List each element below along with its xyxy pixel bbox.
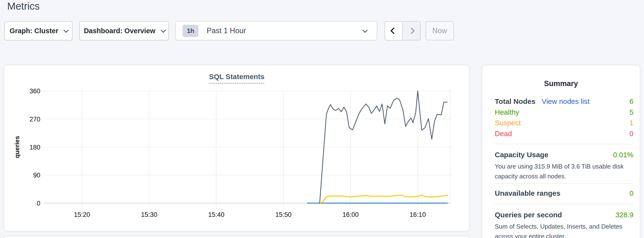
divider [495, 204, 634, 204]
view-nodes-list-link[interactable]: View nodes list [542, 97, 590, 105]
yellow-series-line [320, 195, 447, 203]
total-nodes-row: Total Nodes View nodes list 6 [495, 96, 634, 107]
time-range-value: Past 1 Hour [206, 27, 246, 35]
dead-nodes-row: Dead 0 [495, 128, 634, 139]
unavailable-ranges-label: Unavailable ranges [495, 189, 560, 197]
capacity-usage-value: 0.01% [613, 151, 634, 159]
chevron-down-icon [362, 28, 368, 33]
dashboard-dropdown[interactable]: Dashboard: Overview [79, 21, 169, 40]
graph-dropdown-label: Graph: Cluster [10, 27, 58, 35]
x-tick-label: 15:40 [208, 211, 224, 218]
dead-label: Dead [495, 130, 512, 138]
sql-statements-chart-card: SQL Statements 15:2015:3015:4015:5016:00… [4, 65, 469, 231]
unavailable-ranges-row: Unavailable ranges 0 [495, 188, 634, 199]
time-forward-button-disabled [402, 22, 420, 40]
healthy-label: Healthy [495, 108, 519, 116]
unavailable-ranges-value: 0 [629, 189, 634, 197]
chevron-left-icon [390, 27, 397, 34]
chevron-down-icon [160, 28, 166, 33]
capacity-usage-label: Capacity Usage [495, 151, 548, 159]
capacity-usage-description: You are using 315.9 MiB of 3.6 TiB usabl… [495, 162, 633, 181]
now-button: Now [426, 21, 454, 40]
healthy-value: 5 [629, 108, 634, 116]
x-tick-label: 16:00 [342, 211, 359, 218]
x-tick-label: 15:50 [275, 211, 292, 218]
total-nodes-label: Total Nodes [495, 97, 535, 105]
summary-panel: Summary Total Nodes View nodes list 6 He… [482, 65, 640, 238]
page-title: Metrics [7, 1, 40, 12]
queries-per-second-value: 328.9 [616, 211, 634, 219]
time-range-badge: 1h [182, 25, 198, 37]
dead-value: 0 [629, 130, 634, 138]
x-tick-label: 15:20 [74, 211, 90, 218]
queries-per-second-description: Sum of Selects, Updates, Inserts, and De… [495, 222, 633, 238]
healthy-nodes-row: Healthy 5 [495, 107, 634, 117]
y-axis-label: queries [14, 136, 21, 158]
y-tick-label: 0 [37, 200, 40, 207]
chevron-right-icon [408, 27, 414, 34]
time-range-selector[interactable]: 1h Past 1 Hour [176, 21, 377, 40]
time-back-button[interactable] [385, 22, 402, 40]
queries-per-second-label: Queries per second [495, 211, 562, 219]
suspect-label: Suspect [495, 119, 521, 127]
time-step-buttons [384, 21, 420, 40]
queries-per-second-row: Queries per second 328.9 [495, 210, 634, 220]
now-button-label: Now [432, 27, 447, 35]
dashboard-dropdown-label: Dashboard: Overview [84, 27, 155, 35]
suspect-value: 1 [629, 119, 634, 127]
y-tick-label: 90 [33, 172, 40, 179]
y-tick-label: 180 [30, 144, 40, 151]
y-tick-label: 360 [30, 87, 40, 95]
divider [495, 144, 634, 144]
suspect-nodes-row: Suspect 1 [495, 117, 634, 128]
graph-dropdown[interactable]: Graph: Cluster [4, 21, 72, 40]
x-tick-label: 15:30 [141, 211, 158, 218]
chevron-down-icon [64, 28, 68, 33]
capacity-usage-row: Capacity Usage 0.01% [495, 150, 634, 160]
total-nodes-value: 6 [629, 97, 634, 105]
y-tick-label: 270 [30, 116, 40, 123]
summary-title: Summary [482, 79, 640, 88]
divider [495, 183, 634, 184]
next-chart-card-partial [4, 236, 469, 238]
sql-statements-chart[interactable]: 15:2015:3015:4015:5016:0016:100901802703… [4, 65, 469, 231]
x-tick-label: 16:10 [410, 211, 426, 218]
